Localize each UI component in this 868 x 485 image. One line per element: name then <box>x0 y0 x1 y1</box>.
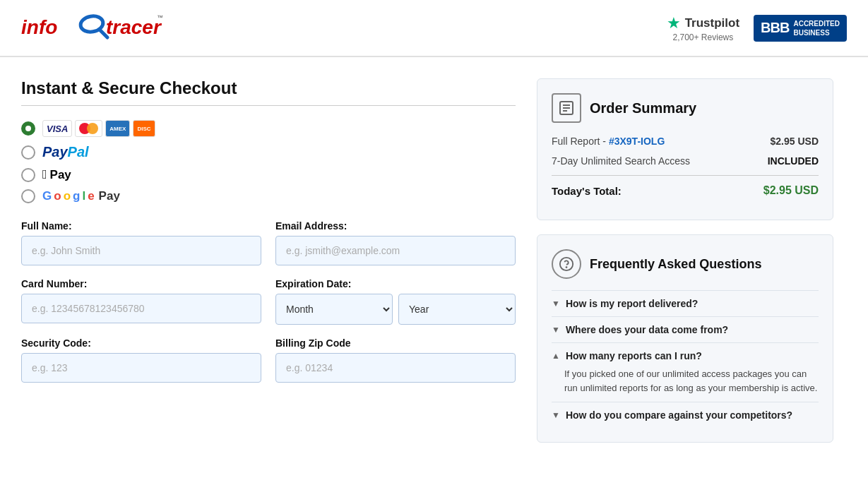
paypal-logo: PayPal <box>42 144 89 160</box>
summary-row-access: 7-Day Unlimited Search Access INCLUDED <box>552 155 819 167</box>
email-input[interactable] <box>275 236 516 265</box>
email-group: Email Address: <box>275 220 516 265</box>
trustpilot-badge: ★ Trustpilot 2,700+ Reviews <box>667 14 739 42</box>
card-logos: VISA AMEX DISC <box>42 120 155 137</box>
bbb-letters: BBB <box>761 20 789 36</box>
header: info tracer ™ ★ Trustpilot 2,700+ Review… <box>0 0 868 57</box>
expiry-selects: Month 01 02 03 04 05 06 07 08 09 10 11 1… <box>275 294 516 325</box>
order-summary: Order Summary Full Report - #3X9T-IOLG $… <box>537 78 833 220</box>
summary-access-label: 7-Day Unlimited Search Access <box>552 155 690 167</box>
summary-divider <box>552 175 819 176</box>
faq-item-3: ▲ How many reports can I run? If you pic… <box>552 342 819 402</box>
applepay-logo:  Pay <box>42 167 71 182</box>
radio-card[interactable] <box>21 121 35 136</box>
security-code-input[interactable] <box>21 353 261 383</box>
payment-option-card[interactable]: VISA AMEX DISC <box>21 120 516 137</box>
security-code-group: Security Code: <box>21 337 261 383</box>
gpay-logo: Google Pay <box>42 189 120 203</box>
radio-applepay[interactable] <box>21 168 35 182</box>
discover-logo: DISC <box>133 120 155 137</box>
page-title: Instant & Secure Checkout <box>21 78 516 106</box>
mastercard-logo <box>75 120 102 137</box>
checkout-right-panel: Order Summary Full Report - #3X9T-IOLG $… <box>537 78 833 443</box>
payment-option-paypal[interactable]: PayPal <box>21 144 516 160</box>
billing-zip-label: Billing Zip Code <box>275 337 516 349</box>
summary-title: Order Summary <box>590 100 696 116</box>
radio-paypal[interactable] <box>21 145 35 160</box>
form-row-2: Card Number: Expiration Date: Month 01 0… <box>21 278 516 325</box>
faq-chevron-4-icon: ▼ <box>552 410 560 420</box>
faq-question-2[interactable]: ▼ Where does your data come from? <box>552 324 819 335</box>
visa-logo: VISA <box>42 120 72 137</box>
svg-text:tracer: tracer <box>106 16 162 38</box>
faq-question-4[interactable]: ▼ How do you compare against your compet… <box>552 409 819 421</box>
amex-logo: AMEX <box>105 120 130 137</box>
main-content: Instant & Secure Checkout VISA AMEX DISC <box>0 57 868 464</box>
expiry-group: Expiration Date: Month 01 02 03 04 05 06… <box>275 278 516 325</box>
faq-chevron-3-icon: ▲ <box>552 351 560 361</box>
summary-total-value: $2.95 USD <box>763 184 819 197</box>
expiry-label: Expiration Date: <box>275 278 516 289</box>
payment-option-applepay[interactable]:  Pay <box>21 167 516 182</box>
bbb-badge: BBB ACCREDITED BUSINESS <box>754 15 847 42</box>
full-name-input[interactable] <box>21 236 261 265</box>
svg-text:™: ™ <box>157 14 162 21</box>
card-number-input[interactable] <box>21 294 261 323</box>
logo: info tracer ™ <box>21 8 162 47</box>
faq-header: Frequently Asked Questions <box>552 249 819 279</box>
faq-item-4: ▼ How do you compare against your compet… <box>552 402 819 428</box>
summary-total-label: Today's Total: <box>552 185 622 197</box>
checkout-form-section: Instant & Secure Checkout VISA AMEX DISC <box>21 78 516 443</box>
payment-option-gpay[interactable]: Google Pay <box>21 189 516 203</box>
summary-report-label: Full Report - #3X9T-IOLG <box>552 136 665 147</box>
month-select[interactable]: Month 01 02 03 04 05 06 07 08 09 10 11 1… <box>275 294 393 325</box>
summary-header: Order Summary <box>552 93 819 123</box>
faq-section: Frequently Asked Questions ▼ How is my r… <box>537 234 833 443</box>
payment-options: VISA AMEX DISC PayPal <box>21 120 516 203</box>
faq-item-1: ▼ How is my report delivered? <box>552 290 819 316</box>
faq-question-1[interactable]: ▼ How is my report delivered? <box>552 298 819 309</box>
faq-question-3[interactable]: ▲ How many reports can I run? <box>552 350 819 361</box>
card-number-group: Card Number: <box>21 278 261 325</box>
summary-report-value: $2.95 USD <box>771 136 819 147</box>
faq-title: Frequently Asked Questions <box>590 257 761 272</box>
card-number-label: Card Number: <box>21 278 261 289</box>
security-code-label: Security Code: <box>21 337 261 349</box>
email-label: Email Address: <box>275 220 516 232</box>
full-name-group: Full Name: <box>21 220 261 265</box>
billing-zip-input[interactable] <box>275 353 516 383</box>
radio-gpay[interactable] <box>21 189 35 203</box>
summary-access-value: INCLUDED <box>768 155 819 167</box>
bbb-business: BUSINESS <box>793 28 840 37</box>
header-right: ★ Trustpilot 2,700+ Reviews BBB ACCREDIT… <box>667 14 847 42</box>
summary-total-row: Today's Total: $2.95 USD <box>552 184 819 197</box>
faq-item-2: ▼ Where does your data come from? <box>552 316 819 342</box>
trustpilot-reviews: 2,700+ Reviews <box>673 32 734 42</box>
svg-text:info: info <box>21 16 57 38</box>
summary-row-report: Full Report - #3X9T-IOLG $2.95 USD <box>552 136 819 147</box>
summary-icon <box>552 93 581 123</box>
bbb-accredited: ACCREDITED <box>793 19 840 28</box>
logo-svg: info tracer ™ <box>21 8 162 47</box>
form-row-3: Security Code: Billing Zip Code <box>21 337 516 383</box>
faq-chevron-1-icon: ▼ <box>552 299 560 309</box>
trustpilot-name: Trustpilot <box>685 16 739 30</box>
year-select[interactable]: Year 2024 2025 2026 2027 2028 2029 2030 <box>398 294 516 325</box>
billing-zip-group: Billing Zip Code <box>275 337 516 383</box>
trustpilot-star-icon: ★ <box>667 14 681 32</box>
faq-icon <box>552 249 581 279</box>
faq-chevron-2-icon: ▼ <box>552 325 560 335</box>
form-row-1: Full Name: Email Address: <box>21 220 516 265</box>
full-name-label: Full Name: <box>21 220 261 232</box>
faq-answer-3: If you picked one of our unlimited acces… <box>552 367 819 395</box>
